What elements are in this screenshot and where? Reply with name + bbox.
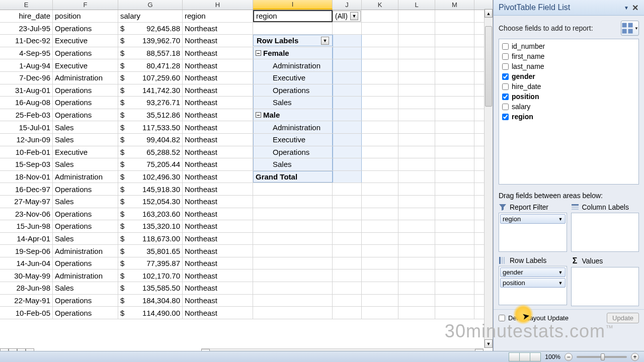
data-row[interactable]: 14-Apr-01Sales$118,673.00Northeast <box>0 233 493 245</box>
pivot-filter-label-cell[interactable]: region <box>253 10 333 22</box>
cell[interactable] <box>362 146 398 158</box>
data-row[interactable]: 4-Sep-95Operations$88,557.18Northeast−Fe… <box>0 47 493 60</box>
cell[interactable]: Northeast <box>183 97 253 109</box>
cell[interactable]: Northeast <box>183 84 253 97</box>
cell[interactable]: Operations <box>53 208 118 220</box>
cell[interactable]: Northeast <box>183 307 253 319</box>
cell[interactable]: 23-Jul-95 <box>0 23 53 35</box>
pivot-item-row[interactable]: Sales <box>253 97 333 109</box>
cell[interactable] <box>435 245 474 257</box>
cell[interactable]: hire_date <box>0 10 53 22</box>
cell[interactable]: Sales <box>53 121 118 133</box>
report-filter-area[interactable]: region▼ <box>499 213 567 252</box>
header-row[interactable]: hire_datepositionsalaryregionregion(All)… <box>0 10 493 23</box>
cell[interactable] <box>435 109 474 121</box>
cell[interactable] <box>362 269 398 282</box>
field-first_name[interactable]: first_name <box>502 51 635 61</box>
cell[interactable]: Northeast <box>183 158 253 170</box>
cell[interactable] <box>253 257 333 269</box>
cell[interactable]: Operations <box>53 307 118 319</box>
cell[interactable] <box>398 146 435 158</box>
data-row[interactable]: 15-Jul-01Sales$117,533.50NortheastAdmini… <box>0 121 493 134</box>
field-region[interactable]: region <box>502 112 635 122</box>
cell[interactable]: Administration <box>53 269 118 282</box>
cell[interactable]: 22-May-91 <box>0 295 53 307</box>
cell[interactable]: Executive <box>53 146 118 158</box>
data-row[interactable]: 31-Aug-01Operations$141,742.30NortheastO… <box>0 84 493 97</box>
field-position[interactable]: position <box>502 92 635 102</box>
cell[interactable]: 14-Jun-04 <box>0 257 53 269</box>
cell[interactable] <box>362 295 398 307</box>
cell[interactable] <box>362 158 398 170</box>
cell[interactable]: 16-Dec-97 <box>0 183 53 195</box>
cell[interactable]: 23-Nov-06 <box>0 208 53 220</box>
cell[interactable]: 10-Feb-05 <box>0 307 53 319</box>
cell[interactable] <box>333 183 362 195</box>
cell[interactable] <box>333 269 362 282</box>
cell[interactable] <box>333 220 362 232</box>
cell[interactable]: Northeast <box>183 72 253 84</box>
pivot-item-row[interactable]: Sales <box>253 158 333 170</box>
cell[interactable] <box>362 134 398 146</box>
field-checkbox[interactable] <box>502 63 509 70</box>
cell[interactable]: 16-Aug-08 <box>0 97 53 109</box>
pivot-group-row[interactable]: −Female <box>253 47 333 59</box>
cell[interactable]: $163,203.60 <box>118 208 183 220</box>
cell[interactable] <box>398 295 435 307</box>
cell[interactable] <box>253 233 333 245</box>
cell[interactable] <box>398 72 435 84</box>
cell[interactable] <box>253 282 333 294</box>
cell[interactable] <box>362 282 398 294</box>
pivot-item-row[interactable]: Administration <box>253 59 333 71</box>
field-checkbox[interactable] <box>502 53 509 60</box>
cell[interactable] <box>333 233 362 245</box>
cell[interactable]: $88,557.18 <box>118 47 183 59</box>
cell[interactable]: $139,962.70 <box>118 35 183 47</box>
column-header-F[interactable]: F <box>53 0 118 10</box>
cell[interactable] <box>435 183 474 195</box>
cell[interactable] <box>398 10 435 22</box>
cell[interactable] <box>253 196 333 208</box>
cell[interactable] <box>333 97 362 109</box>
cell[interactable] <box>362 307 398 319</box>
cell[interactable] <box>398 307 435 319</box>
cell[interactable] <box>398 220 435 232</box>
cell[interactable]: Executive <box>53 35 118 47</box>
data-row[interactable]: 7-Dec-96Administration$107,259.60Northea… <box>0 72 493 84</box>
cell[interactable]: Northeast <box>183 183 253 195</box>
cell[interactable] <box>333 208 362 220</box>
cell[interactable] <box>333 282 362 294</box>
cell[interactable] <box>362 35 398 47</box>
cell[interactable] <box>398 257 435 269</box>
cell[interactable]: 31-Aug-01 <box>0 84 53 97</box>
pivot-item-row[interactable]: Executive <box>253 134 333 146</box>
field-salary[interactable]: salary <box>502 102 635 112</box>
data-row[interactable]: 10-Feb-01Executive$65,288.52NortheastOpe… <box>0 146 493 159</box>
data-row[interactable]: 15-Jun-98Operations$135,320.10Northeast <box>0 220 493 233</box>
cell[interactable]: 18-Nov-01 <box>0 171 53 183</box>
cell[interactable] <box>362 208 398 220</box>
data-row[interactable]: 18-Nov-01Administration$102,496.30Northe… <box>0 171 493 184</box>
cell[interactable]: Sales <box>53 196 118 208</box>
cell[interactable] <box>362 97 398 109</box>
cell[interactable] <box>333 35 362 47</box>
cell[interactable] <box>333 171 362 183</box>
pivot-item-row[interactable]: Operations <box>253 84 333 97</box>
cell[interactable] <box>362 220 398 232</box>
vertical-scrollbar[interactable]: ▲ ▼ <box>484 9 493 348</box>
column-header-L[interactable]: L <box>398 0 435 10</box>
field-hire_date[interactable]: hire_date <box>502 81 635 92</box>
cell[interactable]: Operations <box>53 23 118 35</box>
cell[interactable]: Administration <box>53 245 118 257</box>
defer-layout-checkbox[interactable] <box>499 315 505 321</box>
cell[interactable]: Northeast <box>183 245 253 257</box>
cell[interactable] <box>435 269 474 282</box>
cell[interactable] <box>253 220 333 232</box>
cell[interactable] <box>333 47 362 59</box>
cell[interactable]: $99,404.82 <box>118 134 183 146</box>
pivot-row-labels-header[interactable]: Row Labels▼ <box>253 35 333 46</box>
cell[interactable] <box>333 158 362 170</box>
cell[interactable] <box>333 23 362 35</box>
cell[interactable]: salary <box>118 10 183 22</box>
zoom-handle[interactable] <box>601 353 605 360</box>
